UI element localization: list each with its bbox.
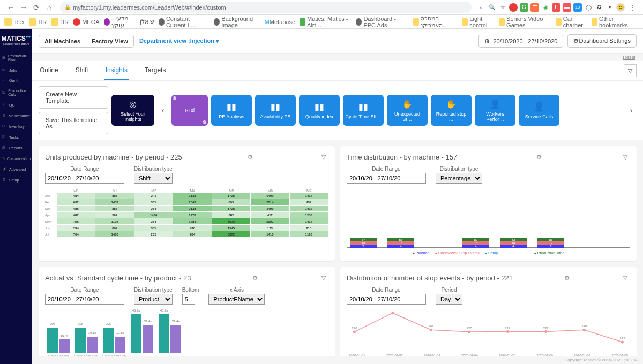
ext-icon[interactable]: ◉ [541, 3, 550, 12]
sidebar-item-prod-calc[interactable]: ⧉Production Calc [0, 86, 32, 100]
filter-icon[interactable]: ▽ [620, 152, 630, 162]
pe-analysis-tile[interactable]: ▮▮PE Analysis [211, 95, 252, 126]
other-bookmarks[interactable]: Other bookmarks [592, 16, 634, 28]
bookmark[interactable]: Car charher [556, 16, 587, 28]
tab-online[interactable]: Online [39, 61, 59, 80]
reset-link[interactable]: Reset [623, 55, 635, 60]
sidebar-item-jobs[interactable]: ⊞Jobs [0, 65, 32, 75]
gear-icon[interactable]: ⚙ [245, 152, 255, 162]
tab-targets[interactable]: Targets [144, 61, 167, 80]
svg-point-12 [583, 329, 586, 331]
sidebar-item-tasks[interactable]: ☑Tasks [0, 132, 32, 142]
gear-icon[interactable]: ⚙ [250, 273, 260, 283]
sidebar-item-inventory[interactable]: ⊟Inventory [0, 121, 32, 132]
ext-icon[interactable]: 10 [573, 3, 582, 12]
bookmark[interactable]: HR [51, 18, 69, 26]
date-range[interactable]: 🗓20/10/2020 - 27/10/2020 [478, 35, 563, 48]
bottom-input[interactable] [182, 294, 195, 305]
sidebar-item-advanced[interactable]: ⚡Advanced [0, 164, 32, 175]
date-input[interactable] [347, 173, 426, 184]
menu-icon[interactable]: ⋮ [628, 3, 637, 12]
date-input[interactable] [347, 294, 426, 305]
gear-icon[interactable]: ⚙ [562, 273, 572, 283]
xaxis-select[interactable]: ProductEName [208, 294, 265, 305]
save-template-button[interactable]: Save This Template As [39, 112, 108, 134]
ext-icon[interactable]: ⬨ [477, 3, 485, 12]
svg-text:222: 222 [505, 327, 511, 330]
ext-icon[interactable]: 🔍 [488, 3, 496, 12]
period-select[interactable]: Day [436, 294, 462, 305]
bookmark[interactable]: MEGA [73, 18, 99, 26]
filter-icon[interactable]: ▽ [624, 64, 637, 77]
legend: PlannedUnexpected Stop EventsSetupManual… [347, 251, 630, 255]
bookmark[interactable]: Matics: Matics - Airt… [300, 16, 352, 28]
forward-icon[interactable]: → [19, 3, 28, 12]
bookmark[interactable]: Seniors Video Games [499, 16, 551, 28]
back-icon[interactable]: ← [6, 3, 15, 12]
ext-icon[interactable]: G [520, 3, 528, 12]
ext-icon[interactable]: L [552, 3, 560, 12]
profile-avatar[interactable]: 🙂 [616, 3, 625, 12]
ext-icon[interactable]: ✪ [595, 3, 603, 12]
card-actual-vs-standard: Actual vs. Standard cycle time - by prod… [39, 267, 335, 364]
svg-text:241: 241 [428, 324, 434, 328]
svg-text:222: 222 [543, 327, 549, 330]
bookmark[interactable]: Background Image [214, 16, 260, 28]
reload-icon[interactable]: ⟳ [32, 3, 41, 12]
unexpected-tile[interactable]: ✋Unexpected St… [387, 95, 428, 126]
dashboard-settings[interactable]: ⚙Dashboard Settings [567, 34, 637, 48]
sidebar-item-setup[interactable]: ⚒Setup [0, 175, 32, 185]
ext-icon[interactable]: − [509, 3, 518, 12]
sidebar-item-maintenance[interactable]: ⚙Maintenance [0, 110, 32, 121]
service-calls-tile[interactable]: 👤Service Calls [519, 95, 559, 126]
create-template-button[interactable]: Create New Template [39, 86, 108, 109]
ext-icon[interactable]: ◯ [584, 3, 593, 12]
filter-icon[interactable]: ▽ [620, 273, 630, 283]
ext-icon[interactable]: ☰ [530, 3, 539, 12]
select-insights-tile[interactable]: ◎Select Your Insights [111, 95, 154, 126]
tab-insights[interactable]: Insights [104, 61, 129, 80]
label: Date Range [45, 287, 124, 293]
date-input[interactable] [45, 173, 124, 184]
date-input[interactable] [45, 294, 124, 305]
bookmark[interactable]: fiber [4, 18, 25, 26]
sidebar-item-reports[interactable]: ▤Reports [0, 142, 32, 153]
bookmark[interactable]: ...מדעי עוקץ [104, 15, 136, 29]
dist-select[interactable]: Product [134, 294, 173, 305]
sidebar-item-customization[interactable]: ✎Customization [0, 153, 32, 164]
bookmark[interactable]: HR [29, 18, 47, 26]
sidebar-item-qc[interactable]: ✓QC [0, 100, 32, 110]
availability-tile[interactable]: ▮▮Availability PE [255, 95, 296, 126]
ext-icon[interactable]: ▬ [563, 3, 571, 12]
tab-shift[interactable]: Shift [74, 61, 89, 80]
rtol-tile[interactable]: 🗑RTol🗑 [171, 95, 208, 126]
pill-all-machines[interactable]: All Machines [39, 35, 86, 47]
reported-stop-tile[interactable]: ✋Reported stop … [431, 95, 472, 126]
bookmark[interactable]: המסכה האמריקנ… [413, 15, 458, 29]
quality-tile[interactable]: ▮▮Quality index [299, 95, 340, 126]
label: x Axis [208, 287, 265, 293]
bookmark[interactable]: Constant Current L… [159, 16, 210, 28]
gear-icon: ⚙ [573, 37, 579, 44]
dist-select[interactable]: Shift [134, 173, 173, 184]
cycle-time-tile[interactable]: ▮▮Cycle Time Eff… [343, 95, 384, 126]
workers-tile[interactable]: 👤Workers Perfor… [475, 95, 515, 126]
home-icon[interactable]: ⌂ [45, 3, 54, 12]
pill-factory-view[interactable]: Factory View [86, 35, 133, 47]
bookmark[interactable]: Light control [462, 16, 495, 28]
gear-icon[interactable]: ⚙ [534, 152, 544, 162]
bookmark[interactable]: Dashboard - PPC Ads [356, 16, 408, 28]
url-bar[interactable]: 🔒myfactory1.my.leadermes.com/LeaderWeb/#… [60, 2, 472, 13]
sidebar-item-production-floor[interactable]: ▦Production Floor [0, 51, 32, 65]
sidebar-item-gantt[interactable]: ≡Gantt [0, 75, 32, 86]
ext-icon[interactable]: ☆ [498, 3, 507, 12]
scroll-left-icon[interactable]: ‹ [158, 95, 168, 126]
scroll-right-icon[interactable]: › [626, 95, 637, 126]
filter-icon[interactable]: ▽ [319, 152, 328, 162]
bookmark[interactable]: שואלן [140, 18, 154, 25]
dist-select[interactable]: Percentage [436, 173, 482, 184]
filter-icon[interactable]: ▽ [319, 273, 328, 283]
bookmark[interactable]: M Metabase [265, 19, 295, 25]
extensions-icon[interactable]: ✦ [605, 3, 614, 12]
dept-view-dropdown[interactable]: Department view :Injection ▾ [134, 35, 225, 47]
